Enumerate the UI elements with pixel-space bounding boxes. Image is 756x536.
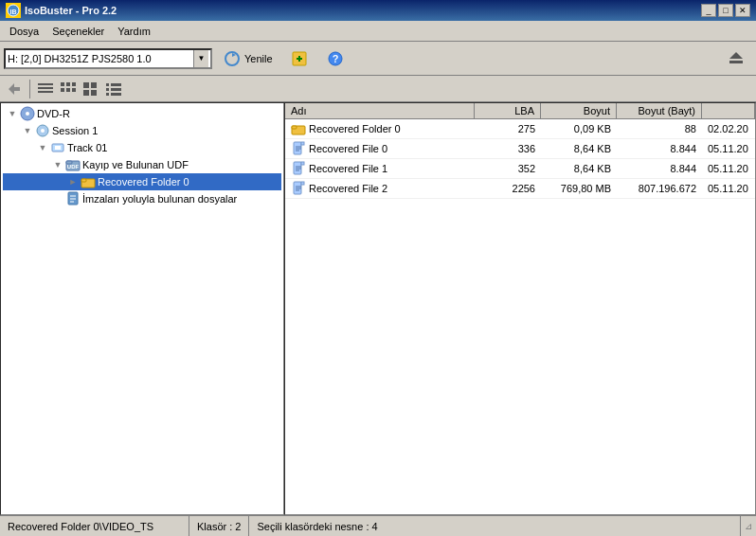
folder-icon-0 [291, 121, 306, 136]
file-row-0[interactable]: Recovered Folder 0 275 0,09 KB 88 02.02.… [285, 119, 755, 139]
svg-rect-11 [61, 82, 64, 86]
file-label-1: Recovered File 0 [309, 143, 387, 154]
menu-bar: Dosya Seçenekler Yardım [0, 21, 756, 42]
help-button[interactable]: ? [319, 46, 351, 71]
svg-point-28 [26, 112, 29, 116]
track-icon [50, 140, 65, 155]
expander-track01[interactable]: ▼ [35, 140, 50, 155]
svg-rect-22 [111, 83, 121, 86]
file-row-2[interactable]: Recovered File 1 352 8,64 KB 8.844 05.11… [285, 159, 755, 179]
view-list-button[interactable] [103, 79, 124, 99]
svg-rect-23 [106, 88, 109, 91]
file-lba-1: 336 [475, 142, 541, 155]
expander-recovered0[interactable]: ► [65, 174, 81, 189]
col-header-lba[interactable]: LBA [475, 103, 541, 118]
svg-marker-6 [729, 52, 743, 59]
refresh-icon [223, 49, 242, 68]
title-bar-left: IB IsoBuster - Pro 2.2 [6, 3, 117, 18]
svg-rect-13 [72, 82, 76, 86]
col-header-size[interactable]: Boyut [541, 103, 617, 118]
menu-yardim[interactable]: Yardım [112, 24, 156, 39]
file-label-3: Recovered File 2 [309, 183, 387, 194]
window-title: IsoBuster - Pro 2.2 [25, 5, 117, 16]
expander-dvd-r[interactable]: ▼ [5, 106, 20, 121]
file-name-1: Recovered File 0 [285, 140, 475, 157]
svg-rect-7 [729, 61, 743, 63]
file-lba-2: 352 [475, 162, 541, 175]
view-list-icon [105, 81, 122, 97]
tree-item-imzali[interactable]: ► İmzaları yoluyla bulunan dosyalar [3, 190, 281, 207]
tree-label-dvd-r: DVD-R [37, 108, 70, 119]
file-size-2: 8,64 KB [541, 162, 617, 175]
eject-icon [727, 49, 746, 68]
session-icon [35, 123, 50, 138]
file-date-1: 05.11.20 [702, 142, 755, 155]
file-size-0: 0,09 KB [541, 122, 617, 135]
file-icon-2 [291, 161, 306, 176]
tree-panel[interactable]: ▼ DVD-R ▼ Session 1 ▼ [0, 102, 284, 515]
menu-dosya[interactable]: Dosya [4, 24, 45, 39]
back-button[interactable] [4, 79, 25, 99]
file-size-3: 769,80 MB [541, 182, 617, 195]
file-row-1[interactable]: Recovered File 0 336 8,64 KB 8.844 05.11… [285, 139, 755, 159]
file-date-2: 05.11.20 [702, 162, 755, 175]
file-panel[interactable]: Adı LBA Boyut Boyut (Bayt) Recovered Fol… [284, 102, 756, 515]
svg-rect-46 [301, 142, 304, 145]
drive-dropdown-arrow[interactable]: ▼ [193, 50, 208, 67]
col-header-name[interactable]: Adı [285, 103, 475, 118]
view-largeicons-icon [82, 81, 99, 97]
maximize-button[interactable]: □ [718, 4, 733, 17]
file-label-2: Recovered File 1 [309, 163, 387, 174]
tree-item-recovered0[interactable]: ► Recovered Folder 0 [3, 173, 281, 190]
file-bytes-2: 8.844 [617, 162, 702, 175]
status-path: Recovered Folder 0\VIDEO_TS [0, 516, 189, 536]
extract-icon [290, 49, 309, 68]
close-button[interactable]: ✕ [735, 4, 750, 17]
svg-rect-16 [72, 88, 76, 92]
file-lba-0: 275 [475, 122, 541, 135]
file-icon-1 [291, 141, 306, 156]
file-row-3[interactable]: Recovered File 2 2256 769,80 MB 807.196.… [285, 179, 755, 199]
help-icon: ? [326, 49, 345, 68]
tree-item-session1[interactable]: ▼ Session 1 [3, 122, 281, 139]
tree-item-kayip[interactable]: ▼ UDF Kayıp ve Bulunan UDF [3, 156, 281, 173]
expander-imzali[interactable]: ► [50, 191, 65, 206]
file-icon-3 [291, 181, 306, 196]
tree-item-dvd-r[interactable]: ▼ DVD-R [3, 105, 281, 122]
tree-item-track01[interactable]: ▼ Track 01 [3, 139, 281, 156]
col-header-bytes[interactable]: Boyut (Bayt) [617, 103, 702, 118]
status-folders: Klasör : 2 [189, 516, 249, 536]
svg-rect-58 [301, 182, 304, 185]
menu-secenekler[interactable]: Seçenekler [46, 24, 110, 39]
tree-label-session1: Session 1 [52, 125, 98, 136]
view-details-button[interactable] [35, 79, 56, 99]
svg-rect-25 [106, 93, 109, 96]
tree-label-kayip: Kayıp ve Bulunan UDF [82, 159, 189, 170]
tree-label-recovered0: Recovered Folder 0 [98, 176, 189, 188]
view-smallicons-button[interactable] [58, 79, 79, 99]
drive-value: H: [2,0] DH3251Z PJS2580 1.0 [8, 53, 152, 64]
expander-kayip[interactable]: ▼ [50, 157, 65, 172]
status-bar: Recovered Folder 0\VIDEO_TS Klasör : 2 S… [0, 515, 756, 536]
svg-rect-18 [91, 82, 97, 88]
view-largeicons-button[interactable] [81, 79, 101, 99]
svg-text:?: ? [332, 53, 338, 64]
extract-button[interactable] [283, 46, 315, 71]
file-label-0: Recovered Folder 0 [309, 123, 401, 134]
kayip-icon: UDF [65, 157, 81, 172]
eject-button[interactable] [720, 46, 752, 71]
resize-grip[interactable]: ⊿ [741, 519, 756, 534]
svg-rect-24 [111, 88, 121, 91]
recovered-folder-icon [81, 174, 96, 189]
status-items-label: Seçili klasördeki nesne : 4 [257, 521, 377, 532]
minimize-button[interactable]: _ [701, 4, 716, 17]
file-name-3: Recovered File 2 [285, 180, 475, 197]
svg-rect-20 [91, 90, 97, 96]
view-smallicons-icon [60, 81, 77, 97]
status-items: Seçili klasördeki nesne : 4 [249, 516, 741, 536]
file-name-2: Recovered File 1 [285, 160, 475, 177]
expander-session1[interactable]: ▼ [20, 123, 35, 138]
drive-select[interactable]: H: [2,0] DH3251Z PJS2580 1.0 ▼ [4, 48, 212, 69]
refresh-button[interactable]: Yenile [216, 46, 279, 71]
svg-rect-26 [111, 93, 121, 96]
